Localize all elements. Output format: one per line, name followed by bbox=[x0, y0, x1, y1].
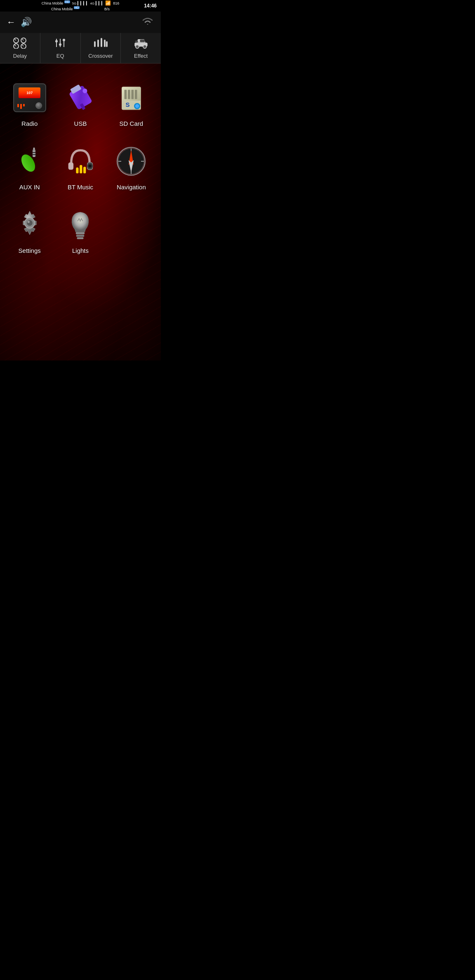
svg-point-46 bbox=[89, 165, 92, 167]
svg-text:S: S bbox=[125, 101, 129, 108]
svg-line-1 bbox=[14, 39, 16, 40]
tab-effect[interactable]: Effect bbox=[121, 33, 161, 63]
tab-bar: Delay EQ Crossover bbox=[0, 33, 161, 64]
usb-icon bbox=[65, 82, 96, 113]
svg-line-3 bbox=[22, 39, 24, 40]
app-item-sdcard[interactable]: S SD Card bbox=[106, 76, 157, 131]
app-item-lights[interactable]: Lights bbox=[55, 203, 106, 258]
svg-rect-23 bbox=[140, 40, 145, 42]
svg-rect-18 bbox=[106, 41, 108, 47]
svg-line-7 bbox=[22, 45, 24, 46]
auxin-icon bbox=[17, 147, 42, 176]
svg-point-21 bbox=[143, 45, 146, 48]
svg-rect-32 bbox=[135, 90, 137, 99]
radio-icon: 107 bbox=[13, 83, 46, 112]
svg-rect-63 bbox=[77, 237, 84, 239]
svg-rect-29 bbox=[124, 90, 127, 99]
svg-line-5 bbox=[14, 45, 16, 46]
tab-crossover[interactable]: Crossover bbox=[81, 33, 121, 63]
svg-point-20 bbox=[135, 45, 139, 48]
tab-delay-label: Delay bbox=[13, 53, 27, 59]
status-bar: China Mobile HD 5G ▎▎▎▎ 4G ▎▎▎ 📶 816 Chi… bbox=[0, 0, 161, 12]
sdcard-icon-wrapper: S bbox=[114, 80, 149, 115]
tab-effect-label: Effect bbox=[134, 53, 148, 59]
settings-icon-wrapper bbox=[12, 207, 47, 242]
svg-point-9 bbox=[55, 40, 58, 42]
wifi-icon bbox=[141, 16, 154, 29]
btmusic-label: BT Music bbox=[68, 184, 93, 191]
radio-knob bbox=[35, 102, 42, 109]
btmusic-icon-wrapper bbox=[63, 144, 98, 179]
carrier2-text: China Mobile HD B/s bbox=[51, 6, 110, 11]
svg-rect-17 bbox=[104, 40, 106, 47]
svg-rect-43 bbox=[68, 162, 73, 170]
navigation-label: Navigation bbox=[117, 184, 146, 191]
usb-icon-wrapper bbox=[63, 80, 98, 115]
eq-icon bbox=[53, 37, 67, 51]
auxin-icon-wrapper bbox=[12, 144, 47, 179]
sdcard-label: SD Card bbox=[120, 120, 143, 127]
radio-screen: 107 bbox=[19, 87, 40, 98]
svg-rect-42 bbox=[33, 154, 35, 155]
navigation-icon bbox=[115, 145, 148, 178]
svg-point-11 bbox=[59, 43, 61, 46]
svg-rect-15 bbox=[97, 40, 99, 47]
svg-rect-16 bbox=[101, 38, 102, 47]
carrier-info: China Mobile HD 5G ▎▎▎▎ 4G ▎▎▎ 📶 816 Chi… bbox=[42, 0, 120, 11]
svg-point-59 bbox=[27, 220, 33, 226]
svg-rect-48 bbox=[80, 165, 82, 173]
svg-rect-61 bbox=[76, 232, 85, 234]
svg-point-36 bbox=[135, 104, 139, 108]
effect-car-icon bbox=[133, 37, 149, 51]
svg-rect-31 bbox=[131, 90, 134, 99]
svg-point-60 bbox=[27, 221, 29, 223]
app-grid: 107 Radio bbox=[0, 64, 161, 266]
svg-rect-41 bbox=[33, 152, 35, 153]
crossover-icon bbox=[93, 37, 108, 51]
svg-rect-62 bbox=[76, 235, 85, 237]
settings-label: Settings bbox=[19, 247, 41, 254]
usb-label: USB bbox=[74, 120, 87, 127]
svg-rect-49 bbox=[83, 167, 86, 173]
status-time: 14:46 bbox=[144, 3, 157, 9]
carrier1-text: China Mobile HD 5G ▎▎▎▎ 4G ▎▎▎ 📶 816 bbox=[42, 0, 120, 6]
svg-point-13 bbox=[63, 39, 65, 41]
lights-label: Lights bbox=[72, 247, 89, 254]
tab-eq-label: EQ bbox=[56, 53, 64, 59]
radio-icon-wrapper: 107 bbox=[12, 80, 47, 115]
app-item-auxin[interactable]: AUX IN bbox=[4, 139, 55, 195]
tab-eq[interactable]: EQ bbox=[40, 33, 81, 63]
back-button[interactable]: ← bbox=[7, 17, 16, 28]
sdcard-icon: S bbox=[116, 82, 147, 113]
btmusic-icon bbox=[64, 145, 97, 178]
lights-icon-wrapper bbox=[63, 207, 98, 242]
app-item-navigation[interactable]: Navigation bbox=[106, 139, 157, 195]
delay-icon bbox=[13, 37, 27, 51]
tab-crossover-label: Crossover bbox=[88, 53, 113, 59]
app-item-btmusic[interactable]: BT Music bbox=[55, 139, 106, 195]
svg-rect-40 bbox=[33, 147, 35, 149]
app-item-radio[interactable]: 107 Radio bbox=[4, 76, 55, 131]
volume-icon[interactable]: 🔊 bbox=[21, 17, 32, 28]
svg-rect-47 bbox=[76, 167, 78, 173]
svg-rect-30 bbox=[128, 90, 130, 99]
svg-rect-22 bbox=[135, 40, 138, 42]
settings-icon bbox=[13, 208, 46, 241]
app-item-usb[interactable]: USB bbox=[55, 76, 106, 131]
main-content: 107 Radio bbox=[0, 64, 161, 360]
lights-icon bbox=[67, 208, 94, 241]
svg-rect-14 bbox=[94, 41, 96, 47]
app-item-settings[interactable]: Settings bbox=[4, 203, 55, 258]
tab-delay[interactable]: Delay bbox=[0, 33, 40, 63]
auxin-label: AUX IN bbox=[19, 184, 40, 191]
navigation-icon-wrapper bbox=[114, 144, 149, 179]
radio-label: Radio bbox=[21, 120, 38, 127]
top-nav-bar: ← 🔊 bbox=[0, 12, 161, 33]
